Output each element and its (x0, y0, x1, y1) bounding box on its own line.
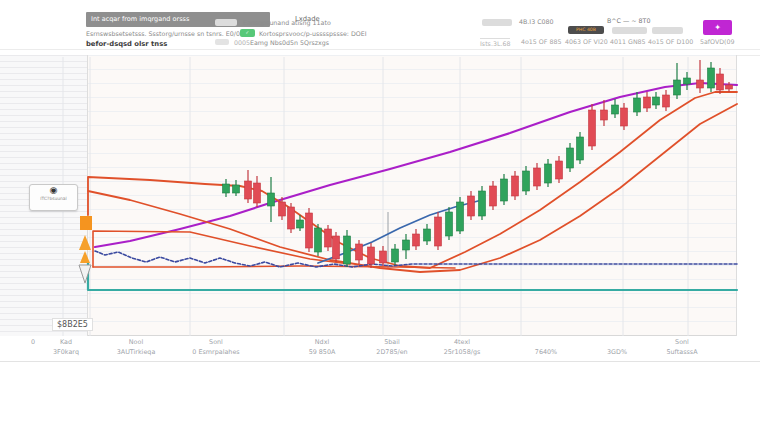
trading-app-window: Int acqar from imqrgand orsss Esrnswsbse… (0, 0, 760, 426)
divider (0, 49, 760, 50)
skeleton-pill (215, 39, 229, 45)
quote-sub: 4o15 OF D100 (648, 38, 693, 45)
quote-sub: 4o15 OF 885 (521, 38, 561, 45)
sparkle-icon: ✦ (714, 23, 721, 32)
x-axis-label: Ndxl59 850A (309, 338, 336, 358)
timeframe-button[interactable]: PHC 40B (568, 26, 604, 34)
toolbar-row3-text: Eamg Nbs0d5n 5Qrszxgs (250, 39, 329, 46)
x-axis-label: Nool3AUTirkieqa (117, 338, 156, 358)
toolbar-subtitle: Esrnswsbsetsetsss. Ssstorg/urnsse sn tsn… (86, 30, 286, 37)
symbol-pair-label: B^C — ~ 8T0 (607, 17, 650, 24)
status-badge-green: ✓ (240, 29, 255, 37)
x-axis-label: 3GD% (607, 338, 627, 358)
toolbar-row2-text: Kortosprsvooc/p-usssspssse: DOEI (259, 30, 367, 37)
quote-sub: 4063 OF VI20 (565, 38, 608, 45)
x-axis-label: 7640% (535, 338, 557, 358)
x-axis-label: 0 (31, 338, 35, 358)
price-tag: $8B2E5 (52, 318, 93, 331)
chart-canvas[interactable] (88, 55, 737, 336)
skeleton-pill (612, 27, 647, 34)
indicator-overlay-button[interactable]: ◉ ITC?bsuunal (29, 184, 78, 211)
skeleton-pill (482, 19, 512, 26)
toolbar-subtitle-bold: befor-dsqsd olsr tnss (86, 40, 167, 48)
skeleton-pill (652, 27, 683, 34)
divider (0, 361, 760, 362)
quote-sub: 4011 GN85 (610, 38, 646, 45)
skeleton-pill (215, 19, 237, 26)
ai-assistant-button[interactable]: ✦ (703, 20, 732, 35)
x-axis-label: Kad3F0karq (53, 338, 79, 358)
indicator-button-label: ITC?bsuunal (30, 196, 77, 201)
x-axis-label: 4texl25r1058/gs (444, 338, 481, 358)
x-axis-label: Sonl0 Esmrpalahes (192, 338, 239, 358)
quote-sub: Ists.3L.68 (480, 38, 510, 47)
toolbar-row1-text: Eansqpsunand atisng 11ato (243, 19, 331, 26)
quote-sub: 5afOVD(09 (700, 38, 735, 45)
x-axis-label: Sonl5uftasssA (666, 338, 697, 358)
price-quote: 4B.I3 C080 (519, 18, 554, 25)
toolbar-row3-num: 0005 (234, 39, 250, 46)
coin-icon: ◉ (30, 185, 77, 196)
x-axis-label: 5bail2D785/en (376, 338, 407, 358)
